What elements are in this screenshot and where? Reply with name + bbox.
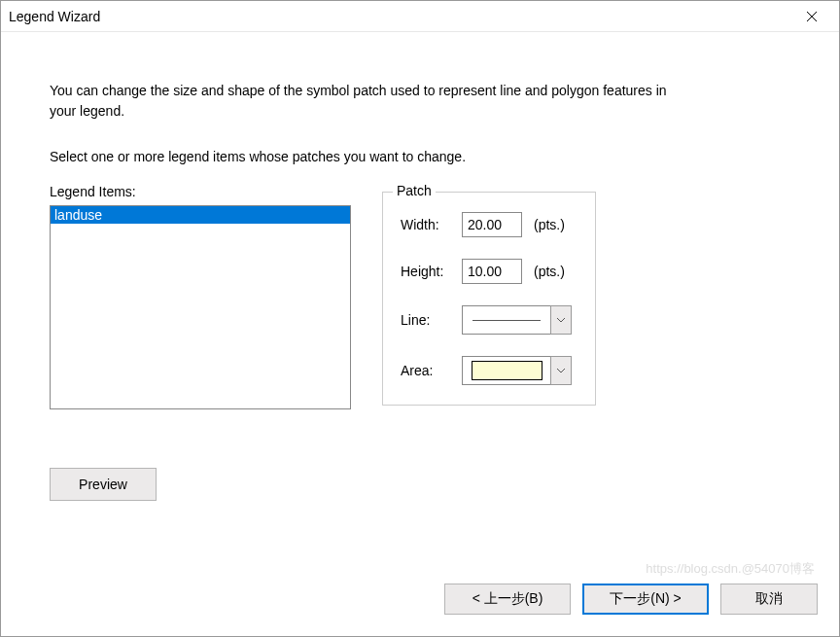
width-units: (pts.) xyxy=(534,217,565,232)
next-button[interactable]: 下一步(N) > xyxy=(582,584,709,615)
close-button[interactable] xyxy=(792,3,831,30)
line-style-combo[interactable] xyxy=(462,305,572,335)
area-style-combo[interactable] xyxy=(462,356,572,385)
instruction-text-1: You can change the size and shape of the… xyxy=(50,81,672,122)
legend-items-label: Legend Items: xyxy=(50,184,351,199)
patch-group-label: Patch xyxy=(393,183,436,198)
cancel-button[interactable]: 取消 xyxy=(720,584,818,615)
height-input[interactable] xyxy=(462,259,522,284)
line-sample-icon xyxy=(472,320,541,321)
width-label: Width: xyxy=(401,217,454,232)
height-label: Height: xyxy=(401,264,454,279)
patch-group: Patch Width: (pts.) Height: (pts.) Line: xyxy=(382,192,596,406)
preview-button[interactable]: Preview xyxy=(50,468,157,501)
legend-items-listbox[interactable]: landuse xyxy=(50,205,351,409)
chevron-down-icon xyxy=(557,318,565,323)
list-item[interactable]: landuse xyxy=(51,206,350,224)
instruction-text-2: Select one or more legend items whose pa… xyxy=(50,149,790,164)
area-sample-icon xyxy=(472,361,542,380)
width-input[interactable] xyxy=(462,212,522,237)
area-label: Area: xyxy=(401,363,454,378)
close-icon xyxy=(806,11,818,22)
area-style-preview xyxy=(462,356,550,385)
height-units: (pts.) xyxy=(534,264,565,279)
line-dropdown-button[interactable] xyxy=(550,305,572,335)
titlebar: Legend Wizard xyxy=(1,1,839,32)
chevron-down-icon xyxy=(557,369,565,373)
area-dropdown-button[interactable] xyxy=(550,356,572,385)
line-style-preview xyxy=(462,305,550,335)
back-button[interactable]: < 上一步(B) xyxy=(444,584,571,615)
line-label: Line: xyxy=(401,312,454,328)
window-title: Legend Wizard xyxy=(9,9,792,24)
watermark: https://blog.csdn.@54070博客 xyxy=(646,560,815,578)
